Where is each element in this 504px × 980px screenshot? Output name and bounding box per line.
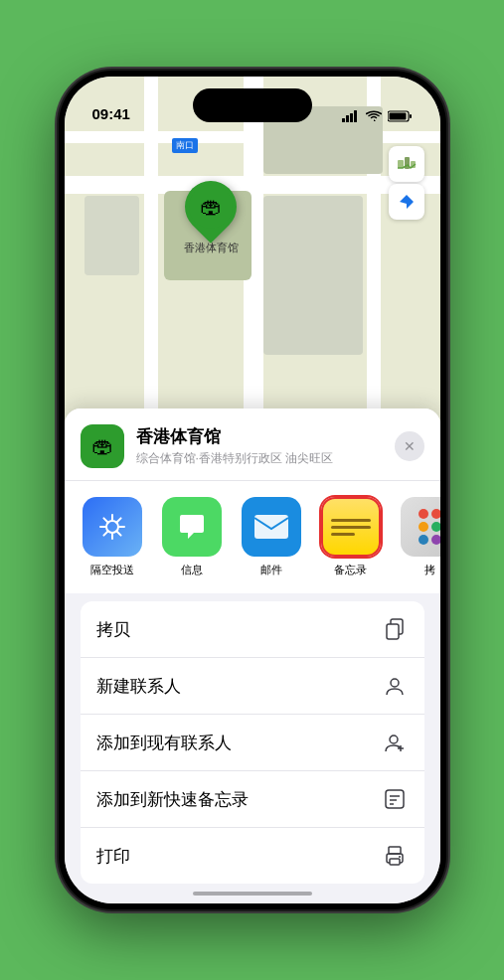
action-add-contact-label: 添加到现有联系人 bbox=[96, 732, 381, 754]
map-controls bbox=[389, 146, 424, 220]
action-copy-label: 拷贝 bbox=[96, 618, 381, 641]
signal-icon bbox=[342, 110, 360, 122]
svg-rect-2 bbox=[350, 113, 353, 122]
svg-rect-13 bbox=[387, 624, 399, 639]
action-add-note[interactable]: 添加到新快速备忘录 bbox=[81, 771, 424, 828]
location-pin: 🏟 香港体育馆 bbox=[184, 181, 239, 255]
battery-icon bbox=[388, 110, 413, 122]
phone-screen: 09:41 bbox=[65, 77, 440, 903]
location-header: 🏟 香港体育馆 综合体育馆·香港特别行政区 油尖旺区 ✕ bbox=[65, 408, 440, 481]
action-copy[interactable]: 拷贝 bbox=[81, 601, 424, 658]
add-contact-icon bbox=[381, 729, 409, 756]
action-new-contact[interactable]: 新建联系人 bbox=[81, 658, 424, 715]
messages-icon bbox=[162, 497, 222, 557]
action-new-contact-label: 新建联系人 bbox=[96, 675, 381, 698]
wifi-icon bbox=[366, 110, 382, 122]
action-add-to-contact[interactable]: 添加到现有联系人 bbox=[81, 715, 424, 771]
add-note-icon bbox=[381, 785, 409, 813]
location-arrow-icon bbox=[398, 193, 416, 211]
svg-point-25 bbox=[399, 856, 401, 858]
more-label: 拷 bbox=[424, 563, 435, 577]
more-icon bbox=[401, 497, 440, 557]
svg-point-15 bbox=[390, 735, 398, 743]
svg-rect-0 bbox=[342, 118, 345, 122]
action-print[interactable]: 打印 bbox=[81, 828, 424, 884]
print-icon bbox=[381, 842, 409, 870]
svg-rect-5 bbox=[410, 114, 412, 118]
status-time: 09:41 bbox=[92, 105, 130, 122]
svg-rect-6 bbox=[389, 113, 406, 120]
location-venue-icon: 🏟 bbox=[81, 424, 124, 468]
share-item-mail[interactable]: 邮件 bbox=[240, 497, 303, 577]
svg-rect-18 bbox=[386, 790, 404, 808]
close-button[interactable]: ✕ bbox=[395, 431, 424, 461]
svg-rect-11 bbox=[254, 515, 288, 539]
mail-icon bbox=[242, 497, 301, 557]
status-icons bbox=[342, 110, 413, 122]
map-type-icon bbox=[397, 154, 417, 174]
pin-circle: 🏟 bbox=[174, 170, 248, 244]
bottom-sheet: 🏟 香港体育馆 综合体育馆·香港特别行政区 油尖旺区 ✕ bbox=[65, 408, 440, 903]
location-name: 香港体育馆 bbox=[136, 425, 383, 448]
copy-icon bbox=[381, 615, 409, 643]
share-item-notes[interactable]: 备忘录 bbox=[319, 497, 383, 577]
mail-label: 邮件 bbox=[260, 563, 282, 577]
location-info: 香港体育馆 综合体育馆·香港特别行政区 油尖旺区 bbox=[136, 425, 383, 467]
new-contact-icon bbox=[381, 672, 409, 700]
share-row: 隔空投送 信息 bbox=[65, 481, 440, 593]
notes-label: 备忘录 bbox=[334, 563, 367, 577]
location-subtitle: 综合体育馆·香港特别行政区 油尖旺区 bbox=[136, 450, 383, 467]
svg-rect-1 bbox=[346, 115, 349, 122]
action-print-label: 打印 bbox=[96, 845, 381, 868]
notes-icon bbox=[321, 497, 381, 557]
location-button[interactable] bbox=[389, 184, 424, 220]
action-add-note-label: 添加到新快速备忘录 bbox=[96, 788, 381, 811]
svg-point-14 bbox=[391, 679, 399, 687]
home-indicator bbox=[193, 892, 312, 896]
action-list: 拷贝 新建联系人 bbox=[81, 601, 424, 884]
svg-rect-7 bbox=[398, 160, 404, 168]
airdrop-icon bbox=[83, 497, 142, 557]
map-north-label: 南口 bbox=[172, 138, 198, 153]
svg-rect-24 bbox=[390, 859, 400, 865]
svg-rect-22 bbox=[389, 847, 401, 854]
messages-label: 信息 bbox=[181, 563, 203, 577]
airdrop-label: 隔空投送 bbox=[90, 563, 134, 577]
phone-frame: 09:41 bbox=[59, 71, 446, 909]
svg-rect-3 bbox=[354, 110, 357, 122]
share-item-messages[interactable]: 信息 bbox=[160, 497, 224, 577]
share-item-more[interactable]: 拷 bbox=[399, 497, 440, 577]
share-item-airdrop[interactable]: 隔空投送 bbox=[81, 497, 144, 577]
map-type-button[interactable] bbox=[389, 146, 424, 182]
dynamic-island bbox=[193, 88, 312, 122]
pin-inner: 🏟 bbox=[189, 185, 233, 229]
